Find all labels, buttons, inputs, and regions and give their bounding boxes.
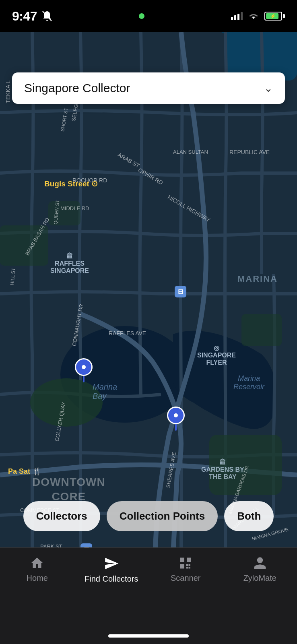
nav-item-home[interactable]: Home	[0, 556, 74, 583]
collector-selector[interactable]: Singapore Collector ⌄	[12, 72, 285, 104]
nav-item-find-collectors[interactable]: Find Collectors	[74, 556, 149, 584]
bell-slash-icon	[42, 10, 52, 22]
chevron-down-icon: ⌄	[264, 82, 273, 95]
person-icon	[253, 556, 267, 570]
map-pin-1[interactable]	[75, 358, 93, 382]
bottom-navigation: Home Find Collectors Scanner ZyloMate	[0, 547, 297, 644]
nav-label-scanner: Scanner	[171, 574, 201, 583]
status-bar: 9:47 ⚡	[0, 0, 297, 32]
map-icon-mrt-1: ⊟	[175, 286, 186, 297]
home-icon	[30, 556, 44, 570]
selected-collector-text: Singapore Collector	[24, 81, 130, 95]
map-label-pa-sat: Pa Sat 🍴	[8, 467, 41, 476]
map-container[interactable]: TEKKA L JALI SELEGIE RD SHORT ST SRIVEER…	[0, 32, 297, 644]
nav-item-zylomate[interactable]: ZyloMate	[223, 556, 297, 583]
collectors-button[interactable]: Collectors	[23, 501, 100, 531]
qrcode-icon	[178, 556, 193, 570]
map-label-gardens: 🏛GARDENS BYTHE BAY	[201, 459, 244, 481]
map-label-marina: MARINA	[237, 274, 278, 284]
status-icons: ⚡	[231, 12, 285, 21]
wifi-icon	[248, 12, 260, 21]
collection-points-button[interactable]: Collection Points	[107, 501, 218, 531]
activity-indicator	[139, 13, 144, 19]
svg-rect-9	[48, 201, 80, 225]
nav-label-home: Home	[27, 574, 48, 583]
battery-icon: ⚡	[264, 12, 285, 21]
map-label-raffles: 🏛RAFFLESSINGAPORE	[50, 253, 89, 275]
map-pin-2[interactable]	[167, 407, 185, 431]
svg-rect-7	[241, 314, 282, 346]
svg-point-5	[30, 378, 103, 427]
svg-rect-8	[0, 225, 48, 266]
home-indicator	[108, 634, 189, 638]
nav-item-scanner[interactable]: Scanner	[148, 556, 223, 583]
map-label-singapore-flyer: ◎SINGAPOREFLYER	[197, 344, 236, 366]
filter-button-group: Collectors Collection Points Both	[0, 501, 297, 531]
nav-label-zylomate: ZyloMate	[243, 574, 276, 583]
status-time: 9:47	[12, 9, 37, 24]
both-button[interactable]: Both	[224, 501, 274, 531]
signal-bars-icon	[231, 12, 243, 20]
send-icon	[104, 556, 119, 571]
nav-label-find-collectors: Find Collectors	[85, 574, 138, 584]
map-label-downtown: DOWNTOWNCORE	[32, 475, 105, 504]
map-label-bugis: Bugis Street ⊙	[44, 179, 98, 188]
